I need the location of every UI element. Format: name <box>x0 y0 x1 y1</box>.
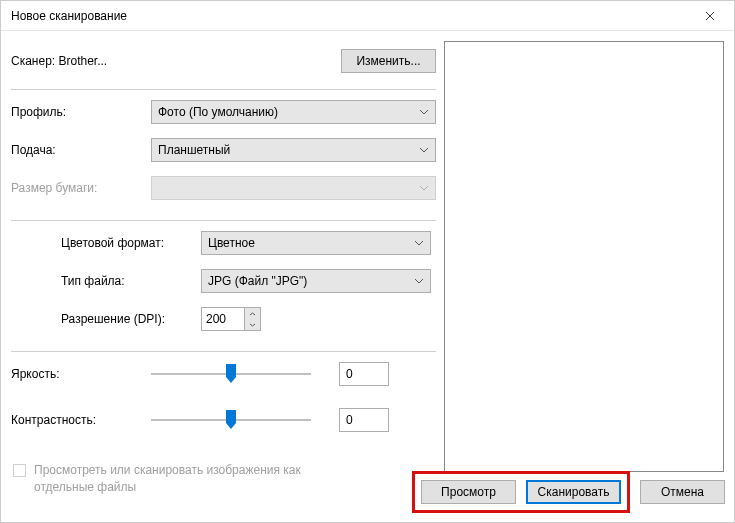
slider-thumb-icon[interactable] <box>225 364 237 384</box>
papersize-select <box>151 176 436 200</box>
resolution-input[interactable] <box>202 308 244 330</box>
source-label: Подача: <box>11 143 151 157</box>
contrast-label: Контрастность: <box>11 413 151 427</box>
divider <box>11 220 436 221</box>
spinner-down-button[interactable] <box>245 319 260 330</box>
chevron-down-icon <box>414 276 424 286</box>
papersize-label: Размер бумаги: <box>11 181 151 195</box>
highlight-annotation: Просмотр Сканировать <box>412 471 630 513</box>
profile-label: Профиль: <box>11 105 151 119</box>
chevron-up-icon <box>249 312 256 316</box>
brightness-slider[interactable] <box>151 362 311 386</box>
colorformat-select[interactable]: Цветное <box>201 231 431 255</box>
cancel-button[interactable]: Отмена <box>640 480 725 504</box>
scanner-label: Сканер: Brother... <box>11 54 107 68</box>
resolution-spinner[interactable] <box>201 307 261 331</box>
brightness-label: Яркость: <box>11 367 151 381</box>
chevron-down-icon <box>249 323 256 327</box>
contrast-slider[interactable] <box>151 408 311 432</box>
chevron-down-icon <box>414 238 424 248</box>
filetype-label: Тип файла: <box>61 274 201 288</box>
window-title: Новое сканирование <box>11 9 127 23</box>
separate-files-label: Просмотреть или сканировать изображения … <box>34 462 314 496</box>
slider-thumb-icon[interactable] <box>225 410 237 430</box>
titlebar: Новое сканирование <box>1 1 734 31</box>
profile-select[interactable]: Фото (По умолчанию) <box>151 100 436 124</box>
spinner-up-button[interactable] <box>245 308 260 319</box>
chevron-down-icon <box>419 145 429 155</box>
separate-files-checkbox <box>13 464 26 477</box>
close-icon <box>705 11 715 21</box>
contrast-value[interactable]: 0 <box>339 408 389 432</box>
chevron-down-icon <box>419 107 429 117</box>
source-select[interactable]: Планшетный <box>151 138 436 162</box>
scan-button[interactable]: Сканировать <box>526 480 621 504</box>
resolution-label: Разрешение (DPI): <box>61 312 201 326</box>
close-button[interactable] <box>687 2 732 30</box>
divider <box>11 89 436 90</box>
change-scanner-button[interactable]: Изменить... <box>341 49 436 73</box>
divider <box>11 351 436 352</box>
chevron-down-icon <box>419 183 429 193</box>
preview-area <box>444 41 724 472</box>
filetype-select[interactable]: JPG (Файл "JPG") <box>201 269 431 293</box>
brightness-value[interactable]: 0 <box>339 362 389 386</box>
colorformat-label: Цветовой формат: <box>61 236 201 250</box>
preview-button[interactable]: Просмотр <box>421 480 516 504</box>
